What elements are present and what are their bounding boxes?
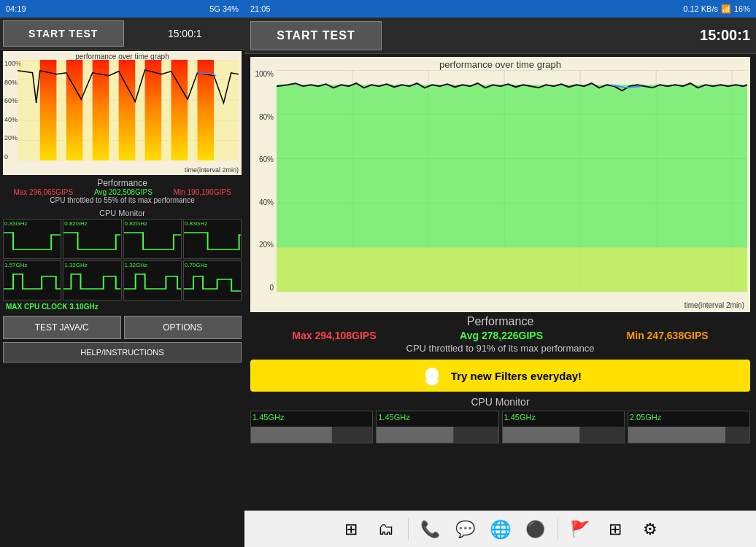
cpu-cell-4: 1.57GHz [3, 260, 61, 300]
left-cpu-grid: 0.83GHz 0.82GHz 0.82GHz [3, 219, 242, 300]
svg-rect-41 [377, 427, 453, 443]
right-status-icons: 0.12 KB/s 📶 16% [683, 4, 750, 14]
left-cpu-monitor: CPU Monitor 0.83GHz 0.82GHz [0, 207, 244, 313]
nav-divider-2 [558, 519, 558, 540]
left-graph-canvas [18, 60, 239, 160]
wifi-icon: 📶 [721, 4, 731, 14]
left-perf-stats: Max 296,065GIPS Avg 202,508GIPS Min 190,… [3, 188, 242, 196]
left-throttle-text: CPU throttled to 55% of its max performa… [3, 196, 242, 204]
left-performance-info: Performance Max 296,065GIPS Avg 202,508G… [0, 176, 244, 207]
test-java-button[interactable]: TEST JAVA/C [3, 316, 121, 339]
right-cpu-monitor: CPU Monitor 1.45GHz 1.45GHz [250, 396, 750, 443]
help-button[interactable]: HELP/INSTRUCTIONS [3, 342, 242, 362]
right-performance-section: Performance Max 294,108GIPS Avg 278,226G… [250, 315, 750, 357]
cpu-cell-2: 0.82GHz [123, 219, 182, 259]
nav-grid2-icon[interactable]: ⊞ [602, 516, 628, 543]
left-start-button[interactable]: START TEST [3, 20, 124, 47]
svg-rect-8 [66, 60, 83, 160]
left-header: START TEST 15:00:1 [0, 18, 244, 50]
svg-rect-14 [4, 229, 61, 258]
right-cpu-cell-1: 1.45GHz [376, 411, 498, 443]
cpu-cell-7: 0.70GHz [183, 260, 242, 300]
left-timer: 15:00:1 [126, 28, 245, 39]
ad-text: Try new Filters everyday! [451, 370, 582, 382]
options-button[interactable]: OPTIONS [124, 316, 242, 339]
right-cpu-cell-0: 1.45GHz [250, 411, 373, 443]
right-timer: 15:00:1 [382, 27, 750, 44]
svg-rect-18 [4, 271, 61, 300]
right-perf-stats: Max 294,108GIPS Avg 278,226GIPS Min 247,… [250, 330, 750, 341]
svg-rect-21 [184, 271, 241, 300]
nav-phone-icon[interactable]: 📞 [417, 516, 444, 543]
left-status-bar: 04:19 5G 34% [0, 0, 244, 18]
right-y-labels: 100% 80% 60% 40% 20% 0 [252, 70, 274, 292]
svg-rect-36 [277, 247, 747, 292]
svg-rect-17 [184, 229, 241, 258]
nav-chrome-icon[interactable]: 🌐 [487, 516, 514, 543]
cpu-cell-1: 0.82GHz [63, 219, 121, 259]
right-status-bar: 21:05 0.12 KB/s 📶 16% [244, 0, 756, 18]
right-min-stat: Min 247,638GIPS [627, 330, 709, 341]
cpu-cell-6: 1.32GHz [123, 260, 182, 300]
svg-rect-39 [251, 427, 332, 443]
svg-rect-43 [503, 427, 579, 443]
left-time: 04:19 [6, 4, 26, 13]
right-cpu-cell-3: 2.05GHz [628, 411, 750, 443]
help-row: HELP/INSTRUCTIONS [0, 342, 244, 365]
right-cpu-title: CPU Monitor [250, 396, 750, 408]
right-perf-title: Performance [250, 315, 750, 328]
left-time-label: time(interval 2min) [185, 166, 239, 174]
left-panel: 04:19 5G 34% START TEST 15:00:1 performa… [0, 0, 244, 547]
bottom-navigation: ⊞ 🗂 📞 💬 🌐 ⚫ 🚩 ⊞ ⚙ [244, 511, 756, 547]
right-header: START TEST 15:00:1 [244, 18, 756, 54]
left-max-stat: Max 296,065GIPS [13, 188, 73, 196]
right-panel: 21:05 0.12 KB/s 📶 16% START TEST 15:00:1… [244, 0, 756, 547]
cpu-cell-5: 1.32GHz [63, 260, 121, 300]
battery-percent: 16% [734, 4, 750, 13]
svg-rect-19 [63, 271, 120, 300]
cpu-cell-0: 0.83GHz [3, 219, 61, 259]
network-speed: 0.12 KB/s [683, 4, 718, 13]
nav-flag-icon[interactable]: 🚩 [567, 516, 593, 543]
right-cpu-cell-2: 1.45GHz [502, 411, 625, 443]
nav-settings-icon[interactable]: ⚙ [637, 516, 663, 543]
right-avg-stat: Avg 278,226GIPS [460, 330, 543, 341]
nav-divider-1 [408, 519, 409, 540]
svg-rect-20 [124, 271, 181, 300]
snapchat-icon [419, 362, 445, 389]
nav-ball-icon[interactable]: ⚫ [522, 516, 549, 543]
ad-banner[interactable]: Try new Filters everyday! [250, 360, 750, 392]
svg-rect-15 [63, 229, 120, 258]
right-time: 21:05 [250, 4, 271, 13]
right-main-content: performance over time graph 100% 80% 60%… [244, 54, 756, 511]
svg-rect-11 [145, 60, 162, 160]
svg-rect-7 [40, 60, 57, 160]
right-throttle-text: CPU throttled to 91% of its max performa… [250, 343, 750, 354]
right-graph-title: performance over time graph [250, 59, 750, 70]
nav-chat-icon[interactable]: 💬 [452, 516, 479, 543]
right-graph-canvas [277, 70, 747, 292]
left-cpu-title: CPU Monitor [3, 209, 242, 217]
left-min-stat: Min 190,190GIPS [174, 188, 231, 196]
right-time-label: time(interval 2min) [684, 301, 744, 309]
cpu-cell-3: 0.83GHz [183, 219, 242, 259]
left-action-buttons: TEST JAVA/C OPTIONS [0, 313, 244, 342]
max-cpu-clock: MAX CPU CLOCK 3.10GHz [3, 302, 242, 311]
right-graph: performance over time graph 100% 80% 60%… [250, 57, 750, 312]
left-status-icons: 5G 34% [209, 4, 239, 13]
right-start-button[interactable]: START TEST [250, 21, 382, 50]
left-graph: performance over time graph 100% 80% 60%… [3, 51, 242, 175]
svg-rect-16 [124, 229, 181, 258]
nav-files-icon[interactable]: 🗂 [373, 516, 399, 543]
nav-grid-icon[interactable]: ⊞ [338, 516, 364, 543]
right-cpu-grid: 1.45GHz 1.45GHz [250, 411, 750, 443]
left-avg-stat: Avg 202,508GIPS [94, 188, 153, 196]
svg-rect-45 [628, 427, 725, 443]
right-max-stat: Max 294,108GIPS [292, 330, 376, 341]
left-perf-title: Performance [3, 178, 242, 188]
